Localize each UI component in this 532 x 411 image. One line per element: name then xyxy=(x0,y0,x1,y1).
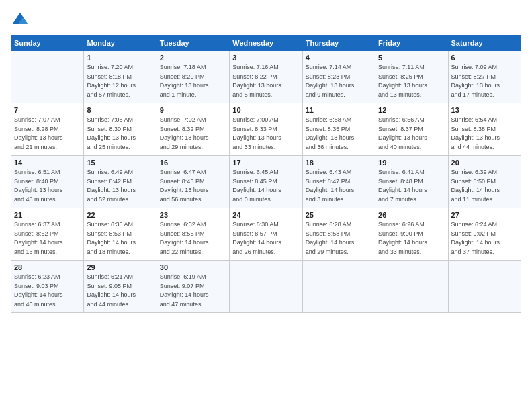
day-cell: 26Sunrise: 6:26 AM Sunset: 9:00 PM Dayli… xyxy=(375,208,448,261)
day-info: Sunrise: 6:37 AM Sunset: 8:52 PM Dayligh… xyxy=(14,220,81,257)
day-info: Sunrise: 7:14 AM Sunset: 8:23 PM Dayligh… xyxy=(306,63,372,99)
week-row-4: 28Sunrise: 6:23 AM Sunset: 9:03 PM Dayli… xyxy=(11,261,521,313)
day-number: 19 xyxy=(378,158,445,167)
day-info: Sunrise: 6:28 AM Sunset: 8:58 PM Dayligh… xyxy=(306,220,372,257)
day-info: Sunrise: 6:19 AM Sunset: 9:07 PM Dayligh… xyxy=(160,273,226,309)
day-info: Sunrise: 6:45 AM Sunset: 8:45 PM Dayligh… xyxy=(232,168,299,204)
header-cell-saturday: Saturday xyxy=(448,36,521,51)
day-number: 6 xyxy=(451,54,518,62)
day-cell: 17Sunrise: 6:45 AM Sunset: 8:45 PM Dayli… xyxy=(230,156,302,208)
day-cell: 15Sunrise: 6:49 AM Sunset: 8:42 PM Dayli… xyxy=(84,156,157,208)
header-cell-friday: Friday xyxy=(375,36,448,51)
day-cell: 29Sunrise: 6:21 AM Sunset: 9:05 PM Dayli… xyxy=(84,261,157,313)
day-info: Sunrise: 7:18 AM Sunset: 8:20 PM Dayligh… xyxy=(160,63,226,99)
day-number: 29 xyxy=(87,263,153,271)
day-info: Sunrise: 6:32 AM Sunset: 8:55 PM Dayligh… xyxy=(160,220,226,257)
day-cell: 27Sunrise: 6:24 AM Sunset: 9:02 PM Dayli… xyxy=(448,208,521,261)
day-cell: 18Sunrise: 6:43 AM Sunset: 8:47 PM Dayli… xyxy=(302,156,375,208)
day-cell: 9Sunrise: 7:02 AM Sunset: 8:32 PM Daylig… xyxy=(157,103,229,156)
header-cell-sunday: Sunday xyxy=(11,36,84,51)
day-number: 5 xyxy=(378,54,445,62)
day-number: 18 xyxy=(306,158,372,167)
day-number: 15 xyxy=(87,158,153,167)
day-number: 21 xyxy=(14,211,81,219)
header-cell-tuesday: Tuesday xyxy=(157,36,229,51)
week-row-1: 7Sunrise: 7:07 AM Sunset: 8:28 PM Daylig… xyxy=(11,103,521,156)
day-number: 17 xyxy=(232,158,299,167)
day-info: Sunrise: 6:56 AM Sunset: 8:37 PM Dayligh… xyxy=(378,116,445,152)
day-number: 28 xyxy=(14,263,81,271)
day-cell xyxy=(375,261,448,313)
day-number: 10 xyxy=(232,106,299,114)
day-info: Sunrise: 6:23 AM Sunset: 9:03 PM Dayligh… xyxy=(14,273,81,309)
day-info: Sunrise: 6:49 AM Sunset: 8:42 PM Dayligh… xyxy=(87,168,153,204)
day-cell: 2Sunrise: 7:18 AM Sunset: 8:20 PM Daylig… xyxy=(157,51,229,103)
day-cell: 10Sunrise: 7:00 AM Sunset: 8:33 PM Dayli… xyxy=(230,103,302,156)
day-cell: 5Sunrise: 7:11 AM Sunset: 8:25 PM Daylig… xyxy=(375,51,448,103)
day-info: Sunrise: 6:24 AM Sunset: 9:02 PM Dayligh… xyxy=(451,220,518,257)
day-info: Sunrise: 6:35 AM Sunset: 8:53 PM Dayligh… xyxy=(87,220,153,257)
day-cell: 8Sunrise: 7:05 AM Sunset: 8:30 PM Daylig… xyxy=(84,103,157,156)
day-cell: 28Sunrise: 6:23 AM Sunset: 9:03 PM Dayli… xyxy=(11,261,84,313)
day-info: Sunrise: 6:47 AM Sunset: 8:43 PM Dayligh… xyxy=(160,168,226,204)
day-info: Sunrise: 6:43 AM Sunset: 8:47 PM Dayligh… xyxy=(306,168,372,204)
day-number: 27 xyxy=(451,211,518,219)
day-number: 30 xyxy=(160,263,226,271)
day-info: Sunrise: 6:54 AM Sunset: 8:38 PM Dayligh… xyxy=(451,116,518,152)
day-number: 16 xyxy=(160,158,226,167)
day-number: 2 xyxy=(160,54,226,62)
day-info: Sunrise: 7:20 AM Sunset: 8:18 PM Dayligh… xyxy=(87,63,153,99)
logo xyxy=(11,11,31,30)
day-cell xyxy=(302,261,375,313)
calendar-page: SundayMondayTuesdayWednesdayThursdayFrid… xyxy=(0,0,532,411)
day-info: Sunrise: 7:02 AM Sunset: 8:32 PM Dayligh… xyxy=(160,116,226,152)
day-cell: 20Sunrise: 6:39 AM Sunset: 8:50 PM Dayli… xyxy=(448,156,521,208)
day-info: Sunrise: 6:39 AM Sunset: 8:50 PM Dayligh… xyxy=(451,168,518,204)
day-cell: 4Sunrise: 7:14 AM Sunset: 8:23 PM Daylig… xyxy=(302,51,375,103)
day-info: Sunrise: 6:21 AM Sunset: 9:05 PM Dayligh… xyxy=(87,273,153,309)
day-info: Sunrise: 7:16 AM Sunset: 8:22 PM Dayligh… xyxy=(232,63,299,99)
day-number: 25 xyxy=(306,211,372,219)
week-row-0: 1Sunrise: 7:20 AM Sunset: 8:18 PM Daylig… xyxy=(11,51,521,103)
day-number: 26 xyxy=(378,211,445,219)
day-number: 23 xyxy=(160,211,226,219)
day-number: 24 xyxy=(232,211,299,219)
day-number: 7 xyxy=(14,106,81,114)
week-row-2: 14Sunrise: 6:51 AM Sunset: 8:40 PM Dayli… xyxy=(11,156,521,208)
day-cell xyxy=(230,261,302,313)
day-number: 12 xyxy=(378,106,445,114)
day-info: Sunrise: 7:07 AM Sunset: 8:28 PM Dayligh… xyxy=(14,116,81,152)
day-cell xyxy=(448,261,521,313)
day-info: Sunrise: 7:09 AM Sunset: 8:27 PM Dayligh… xyxy=(451,63,518,99)
day-cell xyxy=(11,51,84,103)
day-number: 8 xyxy=(87,106,153,114)
day-cell: 12Sunrise: 6:56 AM Sunset: 8:37 PM Dayli… xyxy=(375,103,448,156)
logo-icon xyxy=(11,11,30,30)
header-row: SundayMondayTuesdayWednesdayThursdayFrid… xyxy=(11,36,521,51)
day-cell: 24Sunrise: 6:30 AM Sunset: 8:57 PM Dayli… xyxy=(230,208,302,261)
header-cell-thursday: Thursday xyxy=(302,36,375,51)
day-info: Sunrise: 6:30 AM Sunset: 8:57 PM Dayligh… xyxy=(232,220,299,257)
day-cell: 23Sunrise: 6:32 AM Sunset: 8:55 PM Dayli… xyxy=(157,208,229,261)
day-cell: 14Sunrise: 6:51 AM Sunset: 8:40 PM Dayli… xyxy=(11,156,84,208)
day-info: Sunrise: 6:26 AM Sunset: 9:00 PM Dayligh… xyxy=(378,220,445,257)
day-cell: 3Sunrise: 7:16 AM Sunset: 8:22 PM Daylig… xyxy=(230,51,302,103)
header-cell-monday: Monday xyxy=(84,36,157,51)
day-info: Sunrise: 6:51 AM Sunset: 8:40 PM Dayligh… xyxy=(14,168,81,204)
day-number: 22 xyxy=(87,211,153,219)
day-info: Sunrise: 6:58 AM Sunset: 8:35 PM Dayligh… xyxy=(306,116,372,152)
day-number: 9 xyxy=(160,106,226,114)
day-number: 1 xyxy=(87,54,153,62)
day-cell: 22Sunrise: 6:35 AM Sunset: 8:53 PM Dayli… xyxy=(84,208,157,261)
day-cell: 16Sunrise: 6:47 AM Sunset: 8:43 PM Dayli… xyxy=(157,156,229,208)
day-cell: 19Sunrise: 6:41 AM Sunset: 8:48 PM Dayli… xyxy=(375,156,448,208)
day-cell: 6Sunrise: 7:09 AM Sunset: 8:27 PM Daylig… xyxy=(448,51,521,103)
day-number: 20 xyxy=(451,158,518,167)
day-info: Sunrise: 7:00 AM Sunset: 8:33 PM Dayligh… xyxy=(232,116,299,152)
day-info: Sunrise: 7:11 AM Sunset: 8:25 PM Dayligh… xyxy=(378,63,445,99)
day-cell: 13Sunrise: 6:54 AM Sunset: 8:38 PM Dayli… xyxy=(448,103,521,156)
week-row-3: 21Sunrise: 6:37 AM Sunset: 8:52 PM Dayli… xyxy=(11,208,521,261)
day-cell: 21Sunrise: 6:37 AM Sunset: 8:52 PM Dayli… xyxy=(11,208,84,261)
day-cell: 7Sunrise: 7:07 AM Sunset: 8:28 PM Daylig… xyxy=(11,103,84,156)
day-number: 11 xyxy=(306,106,372,114)
